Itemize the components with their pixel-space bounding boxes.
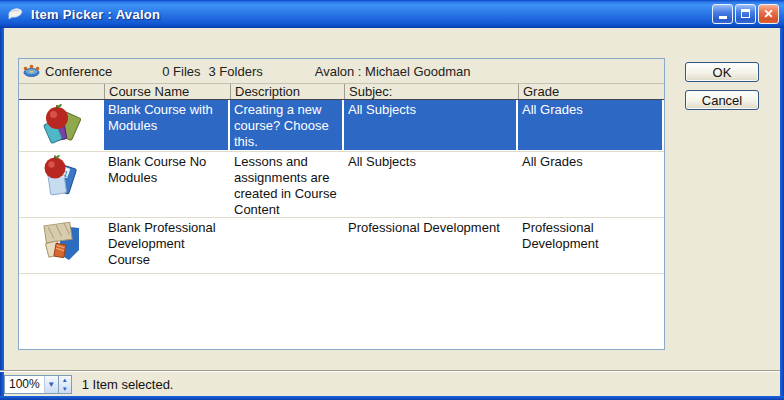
conference-icon — [22, 63, 41, 79]
close-icon: ✕ — [763, 7, 773, 21]
zoom-control[interactable]: 100% ▼ ▲ ▼ — [4, 375, 72, 394]
zoom-spinner-down-icon[interactable]: ▼ — [59, 385, 71, 394]
course-no-modules-icon[interactable]: 1 — [19, 152, 104, 217]
zoom-level-value[interactable]: 100% — [5, 376, 44, 393]
cell-grade[interactable]: All Grades — [518, 152, 664, 217]
conference-label: Conference — [45, 64, 112, 79]
statusbar-divider — [0, 370, 780, 372]
conference-info-bar: Conference 0 Files 3 Folders Avalon : Mi… — [19, 59, 664, 84]
window-border-right — [780, 28, 784, 396]
minimize-icon — [719, 16, 727, 19]
cell-description[interactable]: Creating a new course? Choose this. — [230, 100, 344, 150]
maximize-button[interactable] — [735, 4, 756, 24]
status-bar: 100% ▼ ▲ ▼ 1 Item selected. — [4, 373, 780, 396]
selection-status-text: 1 Item selected. — [82, 377, 174, 392]
column-header-grade[interactable]: Grade — [518, 84, 664, 99]
cell-course-name[interactable]: Blank Course No Modules — [104, 152, 230, 217]
cell-subject[interactable]: Professional Development — [344, 218, 518, 273]
minimize-button[interactable] — [712, 4, 733, 24]
cell-subject[interactable]: All Subjects — [344, 100, 518, 150]
table-row-blank-professional-development-course[interactable]: Blank Professional Development Course Pr… — [19, 218, 664, 274]
course-with-modules-icon[interactable] — [19, 100, 104, 151]
cell-description[interactable]: Lessons and assignments are created in C… — [230, 152, 344, 217]
cell-grade[interactable]: Professional Development — [518, 218, 664, 273]
table-row-blank-course-with-modules[interactable]: Blank Course with Modules Creating a new… — [19, 100, 664, 152]
maximize-icon — [741, 9, 750, 18]
window-border-bottom — [0, 396, 784, 400]
title-bar[interactable]: Item Picker : Avalon ✕ — [0, 0, 784, 28]
app-window-icon — [7, 6, 25, 22]
close-button[interactable]: ✕ — [758, 4, 779, 24]
table-row-blank-course-no-modules[interactable]: 1 Blank Course No Modules Lessons and as… — [19, 152, 664, 218]
cell-description[interactable] — [230, 218, 344, 273]
column-header-description[interactable]: Description — [230, 84, 344, 99]
column-header-course-name[interactable]: Course Name — [104, 84, 230, 99]
item-picker-window: Item Picker : Avalon ✕ Conference 0 File… — [0, 0, 784, 400]
cell-course-name[interactable]: Blank Course with Modules — [104, 100, 230, 150]
professional-development-icon[interactable] — [19, 218, 104, 273]
column-header-row: Course Name Description Subjec: Grade — [19, 84, 664, 100]
files-count: 0 Files — [162, 64, 200, 79]
item-list-panel: Conference 0 Files 3 Folders Avalon : Mi… — [18, 58, 665, 350]
zoom-spinner-up-icon[interactable]: ▲ — [59, 376, 71, 385]
zoom-spinner[interactable]: ▲ ▼ — [58, 376, 71, 393]
cell-course-name[interactable]: Blank Professional Development Course — [104, 218, 230, 273]
window-border-left — [0, 28, 4, 396]
column-header-icon — [19, 84, 104, 99]
folders-count: 3 Folders — [209, 64, 263, 79]
column-header-subject[interactable]: Subjec: — [344, 84, 518, 99]
cancel-button[interactable]: Cancel — [685, 90, 759, 110]
cell-grade[interactable]: All Grades — [518, 100, 664, 150]
zoom-dropdown-chevron-icon[interactable]: ▼ — [44, 376, 58, 393]
window-title: Item Picker : Avalon — [31, 7, 160, 22]
cell-subject[interactable]: All Subjects — [344, 152, 518, 217]
container-owner: Avalon : Michael Goodman — [315, 64, 471, 79]
ok-button[interactable]: OK — [685, 62, 759, 82]
